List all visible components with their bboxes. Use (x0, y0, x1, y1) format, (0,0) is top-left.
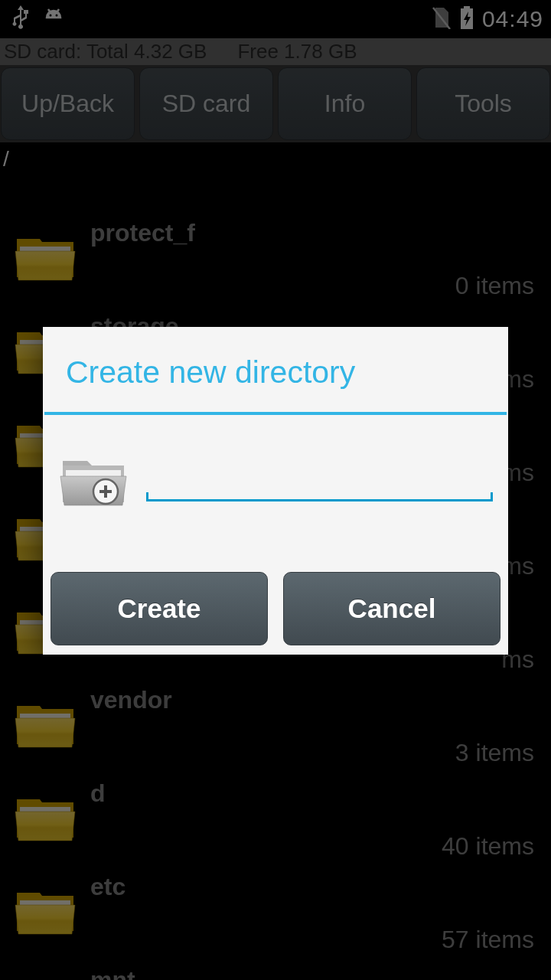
dialog-title: Create new directory (43, 327, 508, 412)
create-directory-dialog: Create new directory Create Cancel (43, 327, 508, 655)
new-folder-icon (58, 453, 131, 511)
cancel-button[interactable]: Cancel (283, 572, 500, 645)
directory-name-input-wrap (146, 463, 493, 501)
create-button[interactable]: Create (51, 572, 268, 645)
directory-name-input[interactable] (146, 463, 493, 501)
